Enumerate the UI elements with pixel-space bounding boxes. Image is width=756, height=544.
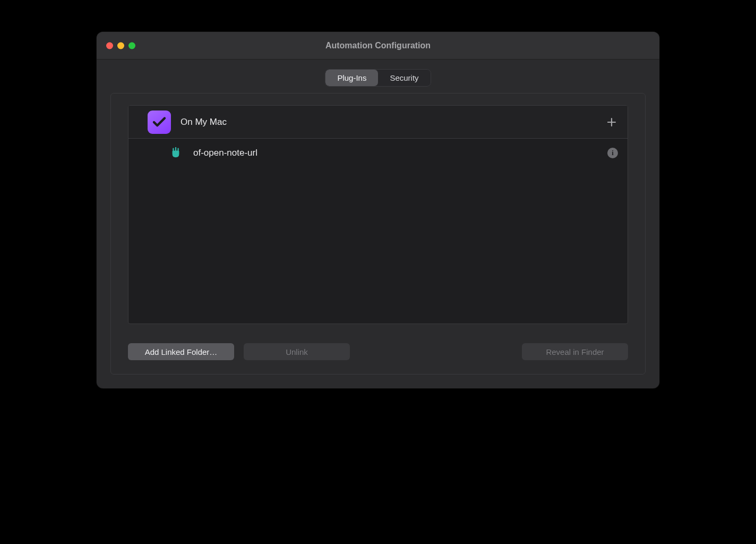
tab-plugins[interactable]: Plug-Ins bbox=[325, 70, 378, 86]
unlink-button[interactable]: Unlink bbox=[244, 343, 350, 360]
add-plugin-button[interactable] bbox=[605, 116, 618, 129]
content-area: Plug-Ins Security On My Mac bbox=[97, 60, 659, 388]
close-window-button[interactable] bbox=[106, 42, 113, 49]
plugin-group-title: On My Mac bbox=[181, 117, 605, 128]
zoom-window-button[interactable] bbox=[128, 42, 135, 49]
automation-config-window: Automation Configuration Plug-Ins Securi… bbox=[97, 32, 659, 388]
minimize-window-button[interactable] bbox=[117, 42, 124, 49]
window-title: Automation Configuration bbox=[97, 41, 659, 50]
plugin-name-label: of-open-note-url bbox=[193, 148, 607, 158]
button-row: Add Linked Folder… Unlink Reveal in Find… bbox=[128, 343, 628, 360]
plugin-list: On My Mac of-open-note-url bbox=[128, 105, 628, 324]
window-titlebar: Automation Configuration bbox=[97, 32, 659, 60]
add-linked-folder-button[interactable]: Add Linked Folder… bbox=[128, 343, 234, 360]
plugin-row[interactable]: of-open-note-url i bbox=[128, 139, 628, 167]
omnifocus-check-icon bbox=[148, 110, 171, 134]
plugin-info-button[interactable]: i bbox=[607, 148, 618, 158]
window-traffic-lights bbox=[106, 42, 135, 49]
segmented-control: Plug-Ins Security bbox=[325, 69, 431, 87]
tab-security[interactable]: Security bbox=[378, 70, 430, 86]
plugin-group-header[interactable]: On My Mac bbox=[128, 106, 628, 139]
reveal-in-finder-button[interactable]: Reveal in Finder bbox=[522, 343, 628, 360]
plugins-panel: On My Mac of-open-note-url bbox=[110, 93, 646, 375]
tabs-container: Plug-Ins Security bbox=[110, 69, 646, 87]
plugin-module-icon bbox=[170, 147, 182, 159]
